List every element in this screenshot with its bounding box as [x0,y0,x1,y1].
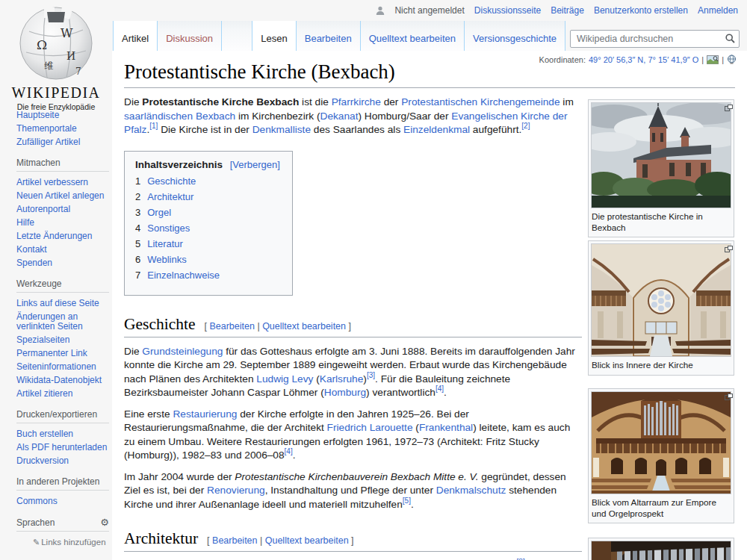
article-link[interactable]: Homburg [324,387,366,398]
article-link[interactable]: Bexbach [196,111,235,122]
table-of-contents: Inhaltsverzeichnis [Verbergen] 1Geschich… [124,151,293,296]
toc-link-orgel[interactable]: Orgel [147,207,171,218]
sidebar-link-druckversion[interactable]: Druckversion [16,455,69,466]
article-link[interactable]: Einzeldenkmal [403,124,470,135]
wikipedia-logo[interactable]: Ω W И 维 7 WIKIPEDIA Die freie Enzyklopäd… [0,3,112,111]
sidebar-link-links-auf-diese-seite[interactable]: Links auf diese Seite [16,298,99,308]
sidebar-link-permanenter-link[interactable]: Permanenter Link [16,348,87,358]
article-link[interactable]: Frankenthal [419,422,473,433]
personal-link-diskussionsseite[interactable]: Diskussionsseite [474,5,541,16]
thumbnail-organ-pipes[interactable] [588,538,734,560]
reference-link[interactable]: [2] [521,122,530,130]
tab-diskussion[interactable]: Diskussion [157,21,221,51]
wikipedia-page: Nicht angemeldet DiskussionsseiteBeiträg… [0,0,747,560]
tab-versionsgeschichte[interactable]: Versionsgeschichte [464,21,565,51]
toc-number: 4 [135,223,140,234]
sidebar-link-änderungen-an-verlinkten-seiten[interactable]: Änderungen an verlinkten Seiten [16,311,83,332]
article-link[interactable]: Protestantischen Kirchengemeinde [401,96,560,108]
sidebar-link-hilfe[interactable]: Hilfe [16,217,34,228]
sidebar-link-zufälliger-artikel[interactable]: Zufälliger Artikel [16,137,80,147]
thumbnail-gallery-organ[interactable]: Blick vom Altarraum zur Empore und Orgel… [588,388,734,523]
toc-link-geschichte[interactable]: Geschichte [147,175,196,187]
enlarge-icon[interactable] [725,246,733,252]
sidebar-item: Autorenportal [16,205,109,214]
sidebar-section-title-in-anderen-projekten: In anderen Projekten [16,476,109,491]
sidebar-link-letzte-änderungen[interactable]: Letzte Änderungen [16,231,92,241]
sidebar-link-artikel-verbessern[interactable]: Artikel verbessern [16,177,88,187]
map-preview-icon[interactable] [707,55,719,64]
sidebar-section-title-drucken-exportieren: Drucken/exportieren [16,409,109,423]
sidebar-section-label: Werkzeuge [16,279,61,289]
edit-source-link[interactable]: Quelltext bearbeiten [265,535,349,546]
sidebar-item: Hauptseite [16,111,109,120]
globe-icon[interactable] [727,55,737,64]
enlarge-icon[interactable] [725,105,733,111]
sidebar-item: Kontakt [16,245,109,255]
article-link[interactable]: Restaurierung [173,408,237,420]
search-icon[interactable] [725,34,735,43]
thumbnail-caption: Blick vom Altarraum zur Empore und Orgel… [591,494,731,520]
toc-link-einzelnachweise[interactable]: Einzelnachweise [147,270,220,281]
toc-link-weblinks[interactable]: Weblinks [147,254,187,265]
sidebar-link-hauptseite[interactable]: Hauptseite [16,110,59,120]
edit-source-link[interactable]: Quelltext bearbeiten [262,321,346,332]
section-title: Geschichte [124,315,196,333]
reference-link[interactable]: [1] [149,122,158,130]
sidebar-link-commons[interactable]: Commons [16,496,58,506]
reference-link[interactable]: [4] [436,385,444,393]
sidebar-link-buch-erstellen[interactable]: Buch erstellen [16,429,73,439]
sidebar-link-spezialseiten[interactable]: Spezialseiten [16,335,69,345]
article-link[interactable]: Dekanat [320,111,359,122]
sidebar-link-artikel-zitieren[interactable]: Artikel zitieren [16,388,72,399]
edit-link[interactable]: Bearbeiten [212,535,257,546]
article-link[interactable]: Renovierung [207,485,265,496]
article-link[interactable]: Denkmalschutz [436,485,506,496]
edit-link[interactable]: Bearbeiten [209,321,254,332]
article-link[interactable]: Friedrich Larouette [327,422,413,433]
tab-label: Bearbeiten [305,33,352,44]
personal-link-anmelden[interactable]: Anmelden [698,5,738,16]
reference-link[interactable]: [5] [403,497,411,505]
add-links-button[interactable]: ✎Links hinzufügen [33,538,109,547]
sidebar-section-title-mitmachen: Mitmachen [16,158,109,172]
personal-link-beiträge[interactable]: Beiträge [551,5,584,16]
reference-link[interactable]: [3] [367,371,375,379]
sidebar-link-themenportale[interactable]: Themenportale [16,123,77,134]
coordinates-link[interactable]: 49° 20′ 56,3″ N, 7° 15′ 41,9″ O [589,55,698,64]
sidebar-link-neuen-artikel-anlegen[interactable]: Neuen Artikel anlegen [16,190,104,201]
toc-link-literatur[interactable]: Literatur [147,238,183,249]
thumbnail-church-interior[interactable]: Blick ins Innere der Kirche [588,240,734,376]
bracket: ] [349,535,354,546]
tab-lesen[interactable]: Lesen [252,21,295,51]
sidebar-link-autorenportal[interactable]: Autorenportal [16,204,70,214]
tab-bearbeiten[interactable]: Bearbeiten [296,21,360,51]
sidebar-list: Artikel verbessernNeuen Artikel anlegenA… [16,178,109,268]
settings-gear-icon[interactable]: ⚙ [100,517,109,528]
personal-link-benutzerkonto-erstellen[interactable]: Benutzerkonto erstellen [594,5,688,16]
sidebar-link-wikidata-datenobjekt[interactable]: Wikidata-Datenobjekt [16,375,102,385]
sidebar-link-spenden[interactable]: Spenden [16,258,52,268]
article-link[interactable]: Pfarrkirche [332,96,381,108]
sidebar-link-als-pdf-herunterladen[interactable]: Als PDF herunterladen [16,442,107,452]
tab-artikel[interactable]: Artikel [113,21,157,51]
thumbnail-church-exterior[interactable]: Die protestantische Kirche in Bexbach [588,99,734,237]
sidebar-list: HauptseiteThemenportaleZufälliger Artike… [16,111,109,147]
section-heading-architektur: Architektur[ Bearbeiten | Quelltext bear… [124,529,582,552]
article-content: Koordinaten: 49° 20′ 56,3″ N, 7° 15′ 41,… [112,51,747,560]
section-title: Architektur [124,529,198,547]
article-link[interactable]: Denkmalliste [252,124,311,135]
reference-link[interactable]: [4] [285,447,293,455]
toc-link-sonstiges[interactable]: Sonstiges [147,223,190,234]
article-link[interactable]: Grundsteinlegung [142,346,223,357]
toc-toggle-button[interactable]: [Verbergen] [230,159,280,170]
sidebar-link-kontakt[interactable]: Kontakt [16,244,47,255]
tab-quelltext-bearbeiten[interactable]: Quelltext bearbeiten [360,21,464,51]
sidebar-item: Als PDF herunterladen [16,443,109,452]
article-link[interactable]: Ludwig Levy [256,373,313,385]
enlarge-icon[interactable] [725,393,733,400]
sidebar-link-seiteninformationen[interactable]: Seiteninformationen [16,361,96,372]
article-link[interactable]: saarländischen [124,111,193,122]
search-input[interactable] [570,30,740,48]
toc-link-architektur[interactable]: Architektur [147,191,193,202]
article-link[interactable]: Karlsruhe [320,373,364,385]
